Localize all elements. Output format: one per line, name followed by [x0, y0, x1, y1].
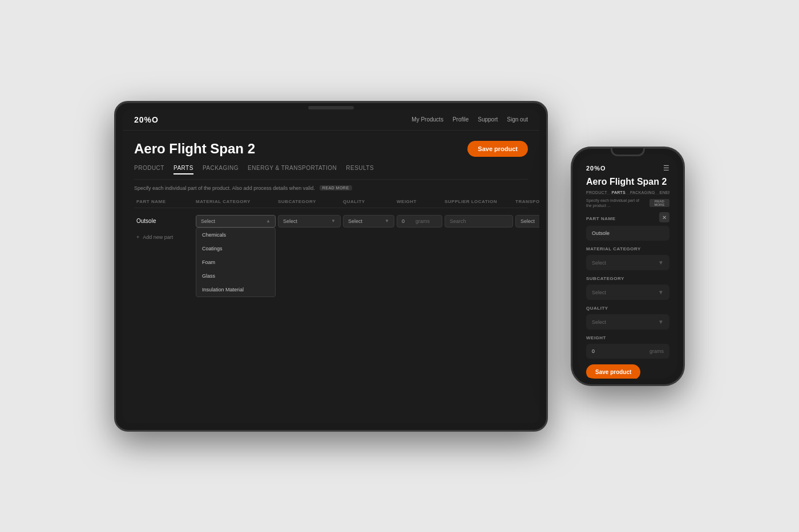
transport-select[interactable]: Select ▼: [515, 215, 539, 228]
col-material: MATERIAL CATEGORY: [196, 199, 276, 204]
phone-frame: 20%O ☰ Aero Flight Span 2 PRODUCT PARTS …: [571, 147, 685, 386]
chevron-up-icon: ▲: [266, 218, 271, 224]
phone-part-name-value: Outsole: [592, 230, 610, 236]
phone-screen: 20%O ☰ Aero Flight Span 2 PRODUCT PARTS …: [578, 154, 677, 379]
subcategory-select[interactable]: Select ▼: [278, 215, 341, 228]
phone-read-more[interactable]: READ MORE: [649, 199, 669, 207]
material-category-dropdown: Chemicals Coatings Foam Glass Insulation…: [196, 228, 276, 297]
nav-support[interactable]: Support: [478, 116, 498, 123]
scene: 20%O My Products Profile Support Sign ou…: [0, 0, 799, 532]
tablet-navbar: 20%O My Products Profile Support Sign ou…: [123, 109, 539, 131]
phone-chevron-subcategory: ▼: [658, 289, 664, 295]
read-more-button[interactable]: READ MORE: [320, 185, 352, 190]
transport-value: Select: [520, 218, 535, 224]
phone-quality-select[interactable]: Select ▼: [586, 314, 669, 330]
add-new-part-label: Add new part: [143, 234, 173, 240]
phone-close-part-button[interactable]: ✕: [659, 212, 669, 222]
material-category-value: Select: [201, 218, 215, 224]
add-new-part-row[interactable]: + Add new part: [134, 230, 528, 245]
dropdown-insulation[interactable]: Insulation Material: [196, 283, 275, 297]
phone-chevron-quality: ▼: [658, 319, 664, 325]
phone-weight-label: WEIGHT: [586, 335, 669, 340]
phone-quality-label: QUALITY: [586, 306, 669, 311]
phone-save-button[interactable]: Save product: [586, 364, 640, 378]
tab-product[interactable]: PRODUCT: [134, 165, 164, 174]
part-name-cell: Outsole: [136, 218, 193, 224]
phone-material-select[interactable]: Select ▼: [586, 255, 669, 270]
dropdown-glass[interactable]: Glass: [196, 269, 275, 283]
phone-description: Specify each individual part of the prod…: [586, 198, 645, 209]
table-header: PART NAME MATERIAL CATEGORY SUBCATEGORY …: [134, 199, 528, 208]
tablet-logo: 20%O: [134, 115, 159, 124]
tablet-content: Aero Flight Span 2 Save product PRODUCT …: [123, 131, 539, 423]
phone-tabs: PRODUCT PARTS PACKAGING ENERGY & TRANSPO…: [586, 190, 669, 194]
tab-parts[interactable]: PARTS: [173, 165, 193, 174]
col-supplier: SUPPLIER LOCATION: [445, 199, 513, 204]
tablet-notch: [308, 106, 354, 109]
weight-cell: 0 grams: [397, 215, 442, 228]
subcategory-value: Select: [283, 218, 297, 224]
dropdown-foam[interactable]: Foam: [196, 255, 275, 269]
phone-content: Aero Flight Span 2 PRODUCT PARTS PACKAGI…: [578, 177, 677, 379]
phone-navbar: 20%O ☰: [578, 154, 677, 177]
table-row: Outsole Select ▲ Chemicals Coatings Foam…: [134, 213, 528, 230]
part-name-header-row: PART NAME ✕: [586, 212, 669, 222]
weight-unit: grams: [415, 218, 430, 224]
chevron-down-icon: ▼: [331, 218, 336, 224]
dropdown-coatings[interactable]: Coatings: [196, 242, 275, 255]
phone-description-row: Specify each individual part of the prod…: [586, 198, 669, 209]
description-text: Specify each individual part of the prod…: [134, 185, 315, 191]
phone-material-placeholder: Select: [592, 260, 606, 266]
col-part-name: PART NAME: [136, 199, 193, 204]
tab-energy[interactable]: ENERGY & TRANSPORTATION: [248, 165, 337, 174]
hamburger-icon[interactable]: ☰: [663, 164, 669, 172]
quality-value: Select: [348, 218, 362, 224]
tablet-tabs: PRODUCT PARTS PACKAGING ENERGY & TRANSPO…: [134, 165, 528, 180]
phone-weight-unit: grams: [649, 348, 664, 354]
nav-my-products[interactable]: My Products: [411, 116, 443, 123]
phone-page-title: Aero Flight Span 2: [586, 177, 669, 187]
col-transport: TRANSPORT MODE: [515, 199, 539, 204]
material-category-select[interactable]: Select ▲: [196, 215, 276, 228]
quality-select[interactable]: Select ▼: [343, 215, 394, 228]
supplier-search[interactable]: Search: [445, 215, 513, 228]
dropdown-chemicals[interactable]: Chemicals: [196, 228, 275, 242]
tablet-page-title: Aero Flight Span 2: [134, 141, 255, 157]
chevron-down-icon-2: ▼: [385, 218, 389, 224]
phone-subcategory-select[interactable]: Select ▼: [586, 285, 669, 300]
tablet-save-button[interactable]: Save product: [467, 141, 528, 157]
material-category-wrapper: Select ▲ Chemicals Coatings Foam Glass I…: [196, 215, 276, 228]
plus-icon: +: [136, 234, 139, 240]
phone-part-name-field[interactable]: Outsole: [586, 226, 669, 241]
phone-notch: [611, 148, 645, 156]
tablet-screen: 20%O My Products Profile Support Sign ou…: [123, 109, 539, 423]
phone-logo: 20%O: [586, 165, 606, 172]
description-row: Specify each individual part of the prod…: [134, 185, 528, 191]
phone-material-label: MATERIAL CATEGORY: [586, 246, 669, 251]
phone-quality-placeholder: Select: [592, 319, 606, 325]
tab-results[interactable]: RESULTS: [346, 165, 374, 174]
phone-weight-field[interactable]: 0 grams: [586, 344, 669, 359]
page-header: Aero Flight Span 2 Save product: [134, 141, 528, 157]
phone-subcategory-placeholder: Select: [592, 290, 606, 295]
tablet-nav-links: My Products Profile Support Sign out: [411, 116, 528, 123]
nav-sign-out[interactable]: Sign out: [507, 116, 528, 123]
col-subcategory: SUBCATEGORY: [278, 199, 341, 204]
phone-weight-value: 0: [592, 348, 595, 354]
tablet-frame: 20%O My Products Profile Support Sign ou…: [114, 101, 548, 432]
phone-part-name-label: PART NAME: [586, 216, 615, 221]
phone-chevron-material: ▼: [658, 259, 664, 266]
phone-subcategory-label: SUBCATEGORY: [586, 276, 669, 281]
nav-profile[interactable]: Profile: [453, 116, 469, 123]
col-quality: QUALITY: [343, 199, 394, 204]
weight-value[interactable]: 0: [402, 218, 413, 224]
tab-packaging[interactable]: PACKAGING: [203, 165, 239, 174]
col-weight: WEIGHT: [397, 199, 442, 204]
